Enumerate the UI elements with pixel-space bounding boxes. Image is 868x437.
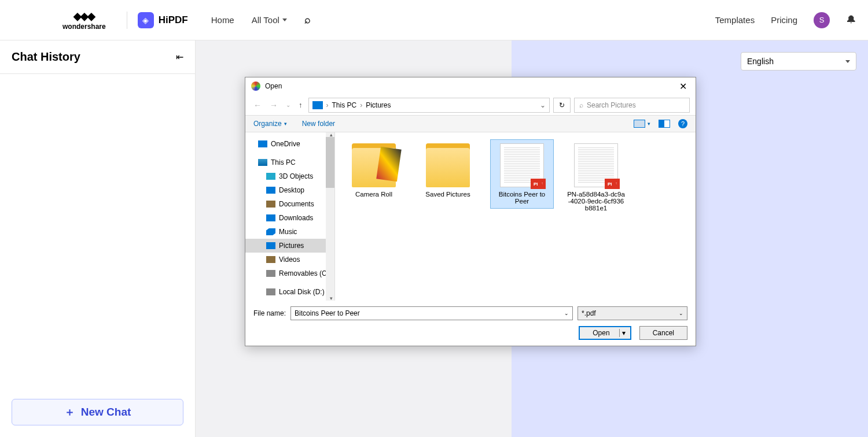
tree-label: Desktop: [279, 186, 304, 194]
chevron-down-icon: ▾: [284, 121, 287, 127]
drive-icon: [266, 288, 275, 295]
tree-label: OneDrive: [271, 140, 300, 148]
file-label: PN-a58d84a3-dc9a-4020-9edc-6cf936b881e1: [567, 191, 626, 212]
thumbnails-icon: [634, 120, 645, 128]
chevron-down-icon: ⌄: [679, 310, 683, 316]
help-icon[interactable]: ?: [678, 119, 687, 128]
breadcrumb-root[interactable]: This PC: [332, 101, 357, 109]
forward-arrow-icon[interactable]: →: [267, 98, 280, 112]
chevron-down-icon[interactable]: ⌄: [540, 101, 546, 109]
tree-documents[interactable]: Documents: [245, 197, 334, 211]
file-camera-roll[interactable]: Camera Roll: [342, 139, 406, 202]
sidebar-header: Chat History ⇤: [0, 40, 195, 74]
tree-videos[interactable]: Videos: [245, 253, 334, 266]
chevron-down-icon: ⌄: [564, 310, 569, 316]
recent-chevron-icon[interactable]: ⌄: [284, 99, 293, 110]
file-pn-pdf[interactable]: PDF PN-a58d84a3-dc9a-4020-9edc-6cf936b88…: [564, 139, 628, 216]
nav-templates[interactable]: Templates: [715, 15, 755, 25]
chevron-down-icon: [845, 60, 850, 63]
file-open-dialog: Open ✕ ← → ⌄ ↑ › This PC › Pictures ⌄ ↻ …: [245, 77, 696, 346]
wondershare-text: wondershare: [62, 23, 106, 31]
open-button[interactable]: Open ▾: [579, 326, 631, 340]
tree-label: Removables (C:): [279, 269, 331, 277]
organize-menu[interactable]: Organize ▾: [253, 120, 287, 128]
breadcrumb-folder[interactable]: Pictures: [366, 101, 391, 109]
file-bitcoins-pdf[interactable]: PDF Bitcoins Peer to Peer: [490, 139, 554, 209]
tree-scrollbar[interactable]: ▴ ▾: [326, 132, 334, 301]
dialog-title: Open: [265, 82, 282, 90]
cube-icon: [266, 173, 275, 180]
tree-desktop[interactable]: Desktop: [245, 183, 334, 197]
hipdf-logo[interactable]: ◈ HiPDF: [138, 12, 188, 28]
close-icon[interactable]: ✕: [676, 81, 690, 92]
tree-3d-objects[interactable]: 3D Objects: [245, 169, 334, 183]
file-label: Saved Pictures: [425, 191, 470, 198]
tree-label: Videos: [279, 255, 300, 264]
new-folder-button[interactable]: New folder: [302, 120, 335, 128]
file-grid: Camera Roll Saved Pictures PDF Bitcoins …: [335, 132, 696, 301]
tree-onedrive[interactable]: OneDrive: [245, 137, 334, 151]
organize-label: Organize: [253, 120, 282, 128]
bell-icon[interactable]: 🔔︎: [846, 14, 856, 26]
tree-removables[interactable]: Removables (C:): [245, 266, 334, 280]
up-arrow-icon[interactable]: ↑: [296, 98, 305, 112]
new-chat-label: New Chat: [81, 406, 131, 419]
pdf-badge-icon: PDF: [531, 179, 546, 189]
pc-icon: [258, 159, 267, 166]
filetype-select[interactable]: *.pdf ⌄: [578, 306, 687, 320]
nav-home[interactable]: Home: [211, 14, 234, 26]
dropdown-split-icon[interactable]: ▾: [619, 329, 628, 337]
breadcrumb-sep: ›: [326, 101, 329, 109]
nav-pricing[interactable]: Pricing: [771, 15, 797, 25]
dialog-titlebar: Open ✕: [245, 77, 696, 95]
dialog-footer: File name: Bitcoins Peer to Peer ⌄ *.pdf…: [245, 301, 696, 346]
document-icon: PDF: [574, 143, 618, 187]
tree-local-d[interactable]: Local Disk (D:): [245, 285, 334, 299]
file-label: Bitcoins Peer to Peer: [492, 191, 551, 205]
nav-all-tool[interactable]: All Tool: [252, 14, 287, 26]
filename-value: Bitcoins Peer to Peer: [295, 309, 360, 317]
file-label: Camera Roll: [355, 191, 392, 198]
search-placeholder: Search Pictures: [587, 101, 636, 109]
view-mode-button[interactable]: ▾: [634, 120, 650, 128]
videos-icon: [266, 256, 275, 263]
nav-right: Templates Pricing S 🔔︎: [715, 12, 856, 28]
drive-icon: [266, 270, 275, 277]
new-chat-button[interactable]: ＋ New Chat: [12, 399, 183, 425]
filename-input[interactable]: Bitcoins Peer to Peer ⌄: [290, 306, 573, 320]
search-icon[interactable]: ⌕: [304, 14, 311, 26]
dialog-nav: ← → ⌄ ↑ › This PC › Pictures ⌄ ↻ ⌕ Searc…: [245, 95, 696, 115]
cancel-button[interactable]: Cancel: [639, 326, 687, 340]
scroll-thumb[interactable]: [326, 137, 334, 188]
tree-downloads[interactable]: Downloads: [245, 211, 334, 225]
chevron-down-icon: [282, 18, 287, 21]
tree-label: This PC: [271, 158, 296, 166]
open-label: Open: [593, 329, 609, 337]
wondershare-logo[interactable]: ◆◆◆ wondershare: [62, 10, 106, 31]
refresh-button[interactable]: ↻: [553, 98, 571, 113]
hipdf-icon: ◈: [138, 12, 154, 28]
search-input[interactable]: ⌕ Search Pictures: [574, 98, 690, 113]
collapse-icon[interactable]: ⇤: [176, 51, 183, 62]
downloads-icon: [266, 214, 275, 221]
dialog-toolbar: Organize ▾ New folder ▾ ?: [245, 115, 696, 132]
tree-pictures[interactable]: Pictures: [245, 239, 334, 253]
sidebar-title: Chat History: [12, 50, 80, 64]
tree-music[interactable]: Music: [245, 225, 334, 239]
preview-pane-icon[interactable]: [659, 120, 670, 128]
breadcrumb[interactable]: › This PC › Pictures ⌄: [308, 98, 550, 113]
filename-label: File name:: [253, 309, 286, 317]
back-arrow-icon[interactable]: ←: [251, 98, 264, 112]
sidebar: Chat History ⇤ ＋ New Chat: [0, 40, 196, 437]
top-nav: ◆◆◆ wondershare ◈ HiPDF Home All Tool ⌕ …: [0, 0, 868, 40]
breadcrumb-sep: ›: [360, 101, 362, 109]
tree-this-pc[interactable]: This PC: [245, 155, 334, 169]
pc-icon: [312, 101, 323, 109]
file-saved-pictures[interactable]: Saved Pictures: [416, 139, 480, 202]
avatar[interactable]: S: [814, 12, 830, 28]
language-select[interactable]: English: [741, 52, 856, 71]
folder-icon: [352, 143, 396, 187]
folder-tree: OneDrive This PC 3D Objects Desktop Docu…: [245, 132, 335, 301]
scroll-down-icon[interactable]: ▾: [330, 295, 333, 301]
folder-icon: [426, 143, 470, 187]
